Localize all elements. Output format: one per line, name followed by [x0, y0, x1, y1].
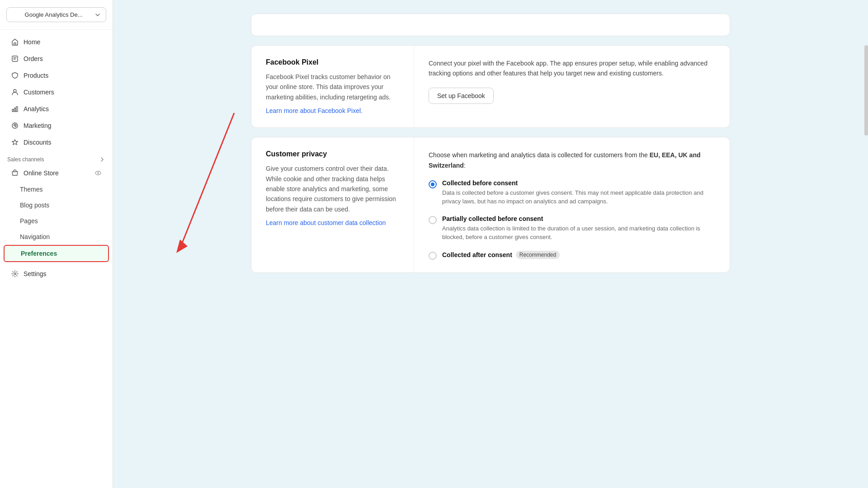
- radio-label-partially-collected: Partially collected before consent: [442, 215, 715, 222]
- settings-label: Settings: [24, 270, 47, 277]
- customer-privacy-link[interactable]: Learn more about customer data collectio…: [266, 219, 386, 226]
- radio-option-partially-collected[interactable]: Partially collected before consent Analy…: [429, 215, 715, 242]
- customer-privacy-right: Choose when marketing and analytics data…: [414, 137, 730, 272]
- facebook-pixel-right-desc: Connect your pixel with the Facebook app…: [429, 58, 715, 79]
- radio-partially-collected[interactable]: [429, 216, 437, 224]
- facebook-pixel-description: Facebook Pixel tracks customer behavior …: [266, 72, 399, 102]
- radio-collected-before-consent[interactable]: [429, 180, 437, 188]
- facebook-pixel-right: Connect your pixel with the Facebook app…: [414, 46, 730, 127]
- main-nav: Home Orders Products: [0, 30, 113, 286]
- customer-privacy-section: Customer privacy Give your customers con…: [251, 137, 730, 273]
- sidebar-item-customers-label: Customers: [24, 89, 54, 96]
- sidebar-item-home-label: Home: [24, 38, 40, 46]
- sidebar-item-discounts[interactable]: Discounts: [4, 134, 109, 150]
- online-store-icon: [11, 169, 19, 177]
- customer-privacy-description: Give your customers control over their d…: [266, 164, 399, 214]
- content-wrapper: Facebook Pixel Facebook Pixel tracks cus…: [251, 0, 730, 273]
- sidebar-item-home[interactable]: Home: [4, 34, 109, 50]
- svg-marker-11: [176, 239, 188, 253]
- products-icon: [11, 71, 19, 80]
- sidebar-item-blog-posts[interactable]: Blog posts: [4, 197, 109, 213]
- chevron-right-icon: [99, 156, 105, 163]
- sidebar-item-orders-label: Orders: [24, 55, 43, 62]
- orders-icon: [11, 55, 19, 63]
- svg-point-6: [14, 125, 16, 127]
- sidebar: Google Analytics De... Home: [0, 0, 113, 488]
- online-store-label: Online Store: [24, 169, 59, 177]
- sidebar-item-preferences[interactable]: Preferences: [4, 245, 109, 262]
- consent-radio-group: Collected before consent Data is collect…: [429, 179, 715, 260]
- svg-point-8: [97, 172, 99, 174]
- preferences-label: Preferences: [21, 250, 57, 257]
- marketing-icon: [11, 122, 19, 130]
- customers-icon: [11, 88, 19, 96]
- chevron-down-icon: [95, 12, 100, 18]
- radio-option-collected-after-consent[interactable]: Collected after consent Recommended: [429, 251, 715, 260]
- discounts-icon: [11, 138, 19, 146]
- eye-icon: [94, 169, 102, 177]
- store-name: Google Analytics De...: [12, 11, 95, 18]
- right-scrollbar[interactable]: [864, 45, 868, 136]
- sidebar-item-analytics-label: Analytics: [24, 105, 49, 113]
- store-selector[interactable]: Google Analytics De...: [0, 0, 113, 30]
- facebook-pixel-title: Facebook Pixel: [266, 58, 399, 66]
- radio-label-collected-before-consent: Collected before consent: [442, 179, 715, 187]
- sidebar-item-orders[interactable]: Orders: [4, 51, 109, 67]
- sidebar-item-navigation[interactable]: Navigation: [4, 229, 109, 244]
- radio-desc-collected-before-consent: Data is collected before a customer give…: [442, 188, 715, 206]
- blog-posts-label: Blog posts: [20, 202, 49, 209]
- radio-label-collected-after-consent: Collected after consent Recommended: [442, 251, 560, 259]
- settings-icon: [11, 270, 19, 278]
- svg-line-10: [180, 113, 234, 249]
- sidebar-item-analytics[interactable]: Analytics: [4, 101, 109, 117]
- setup-facebook-button[interactable]: Set up Facebook: [429, 88, 494, 104]
- sidebar-item-products-label: Products: [24, 72, 48, 79]
- svg-rect-4: [16, 107, 18, 112]
- store-dropdown-button[interactable]: Google Analytics De...: [6, 7, 106, 22]
- themes-label: Themes: [20, 186, 43, 193]
- sidebar-item-online-store[interactable]: Online Store: [4, 165, 109, 181]
- main-content: Facebook Pixel Facebook Pixel tracks cus…: [113, 0, 868, 488]
- sidebar-item-themes[interactable]: Themes: [4, 182, 109, 197]
- radio-desc-partially-collected: Analytics data collection is limited to …: [442, 224, 715, 242]
- pages-label: Pages: [20, 217, 38, 225]
- facebook-pixel-left: Facebook Pixel Facebook Pixel tracks cus…: [251, 46, 414, 127]
- radio-collected-after-consent[interactable]: [429, 252, 437, 260]
- svg-rect-2: [12, 109, 14, 112]
- navigation-label: Navigation: [20, 233, 50, 240]
- sidebar-item-marketing-label: Marketing: [24, 122, 51, 129]
- sidebar-item-customers[interactable]: Customers: [4, 84, 109, 100]
- recommended-badge: Recommended: [516, 251, 560, 259]
- facebook-pixel-link[interactable]: Learn more about Facebook Pixel.: [266, 107, 363, 114]
- radio-option-collected-before-consent[interactable]: Collected before consent Data is collect…: [429, 179, 715, 206]
- sidebar-item-settings[interactable]: Settings: [4, 266, 109, 282]
- annotation-arrow: [113, 72, 258, 298]
- sidebar-item-discounts-label: Discounts: [24, 139, 51, 146]
- customer-privacy-left: Customer privacy Give your customers con…: [251, 137, 414, 272]
- home-icon: [11, 38, 19, 46]
- privacy-header-text: Choose when marketing and analytics data…: [429, 150, 715, 170]
- customer-privacy-title: Customer privacy: [266, 150, 399, 158]
- sidebar-item-products[interactable]: Products: [4, 67, 109, 84]
- sidebar-item-pages[interactable]: Pages: [4, 213, 109, 229]
- svg-point-1: [14, 89, 16, 92]
- sales-channels-section: Sales channels: [0, 151, 113, 164]
- top-stub-card: [251, 14, 730, 36]
- svg-rect-0: [12, 56, 18, 61]
- svg-rect-3: [14, 108, 16, 112]
- facebook-pixel-section: Facebook Pixel Facebook Pixel tracks cus…: [251, 45, 730, 128]
- svg-point-9: [14, 273, 16, 275]
- analytics-icon: [11, 105, 19, 113]
- sidebar-item-marketing[interactable]: Marketing: [4, 117, 109, 134]
